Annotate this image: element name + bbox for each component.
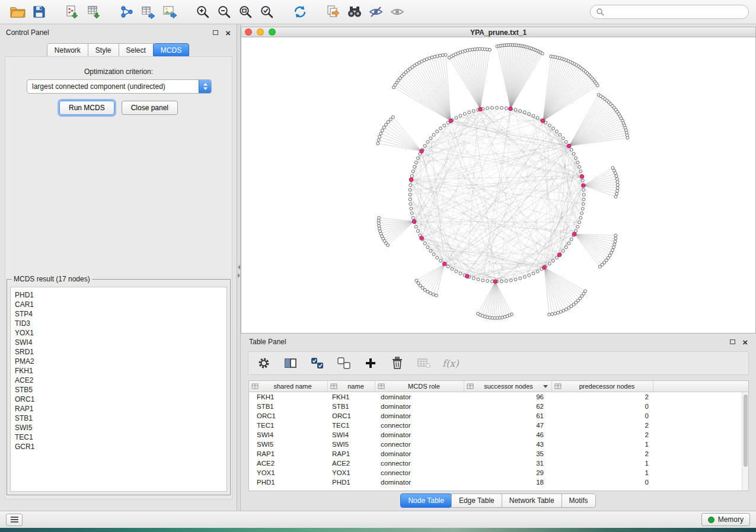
- cell-mcds-role[interactable]: connector: [375, 421, 464, 430]
- save-session-button[interactable]: [28, 2, 50, 21]
- status-menu-button[interactable]: [6, 514, 23, 526]
- result-node[interactable]: STP4: [15, 309, 227, 319]
- column-header-mcds-role[interactable]: MCDS role: [375, 381, 464, 392]
- delete-column-button[interactable]: [389, 355, 406, 371]
- result-node[interactable]: TID3: [15, 319, 227, 328]
- criterion-select[interactable]: largest connected component (undirected): [27, 79, 212, 94]
- cell-shared-name[interactable]: TEC1: [249, 421, 328, 430]
- function-builder-button[interactable]: f(x): [442, 358, 458, 369]
- cell-mcds-role[interactable]: dominator: [375, 411, 464, 421]
- show-columns-button[interactable]: [282, 355, 299, 371]
- cell-successor-nodes[interactable]: 35: [464, 449, 552, 459]
- refresh-button[interactable]: [289, 2, 311, 21]
- table-row[interactable]: SWI4 SWI4 dominator 46 2: [249, 430, 742, 440]
- cell-predecessor-nodes[interactable]: 2: [552, 421, 653, 430]
- cell-predecessor-nodes[interactable]: 1: [552, 468, 653, 477]
- close-panel-icon[interactable]: ×: [225, 28, 231, 37]
- cell-successor-nodes[interactable]: 61: [464, 411, 552, 421]
- table-row[interactable]: TEC1 TEC1 connector 47 2: [249, 421, 742, 430]
- table-row[interactable]: ACE2 ACE2 connector 31 1: [249, 459, 742, 468]
- cell-predecessor-nodes[interactable]: 0: [552, 477, 653, 487]
- table-row[interactable]: YOX1 YOX1 connector 29 1: [249, 468, 742, 477]
- result-node[interactable]: SRD1: [15, 347, 227, 357]
- zoom-in-button[interactable]: [192, 2, 213, 21]
- cell-mcds-role[interactable]: dominator: [375, 449, 464, 459]
- tab-style[interactable]: Style: [88, 43, 119, 57]
- import-table-button[interactable]: [83, 2, 104, 21]
- cell-name[interactable]: SWI5: [328, 440, 375, 449]
- table-settings-button[interactable]: [256, 355, 272, 371]
- cell-shared-name[interactable]: RAP1: [249, 449, 328, 459]
- cell-mcds-role[interactable]: connector: [375, 468, 464, 477]
- tab-node-table[interactable]: Node Table: [400, 493, 452, 508]
- result-node[interactable]: PMA2: [15, 357, 227, 366]
- result-node[interactable]: SWI4: [15, 338, 227, 347]
- cell-mcds-role[interactable]: dominator: [375, 430, 464, 440]
- column-header-predecessor-nodes[interactable]: predecessor nodes: [552, 381, 653, 392]
- table-row[interactable]: PHD1 PHD1 dominator 18 0: [249, 477, 742, 487]
- result-node[interactable]: TEC1: [15, 432, 227, 442]
- cell-successor-nodes[interactable]: 47: [464, 421, 552, 430]
- cell-name[interactable]: TEC1: [328, 421, 375, 430]
- cell-mcds-role[interactable]: connector: [375, 459, 464, 468]
- window-close-icon[interactable]: [245, 28, 252, 36]
- cell-successor-nodes[interactable]: 29: [464, 468, 552, 477]
- cell-mcds-role[interactable]: dominator: [375, 392, 464, 402]
- tab-motifs[interactable]: Motifs: [562, 493, 596, 508]
- scrollbar-thumb[interactable]: [744, 395, 748, 467]
- zoom-fit-button[interactable]: [235, 2, 256, 21]
- cell-shared-name[interactable]: STB1: [249, 402, 328, 411]
- tab-network[interactable]: Network: [47, 43, 88, 57]
- search-input[interactable]: [607, 8, 743, 16]
- table-row[interactable]: STB1 STB1 dominator 62 0: [249, 402, 742, 411]
- result-node[interactable]: YOX1: [15, 328, 227, 338]
- cell-predecessor-nodes[interactable]: 0: [552, 411, 653, 421]
- export-table-button[interactable]: [138, 2, 159, 21]
- zoom-selected-button[interactable]: [256, 2, 277, 21]
- result-node[interactable]: GCR1: [15, 442, 227, 451]
- cell-mcds-role[interactable]: dominator: [375, 477, 464, 487]
- cell-predecessor-nodes[interactable]: 1: [552, 440, 653, 449]
- table-row[interactable]: FKH1 FKH1 dominator 96 2: [249, 392, 742, 402]
- find-button[interactable]: [344, 2, 365, 21]
- cell-name[interactable]: RAP1: [328, 449, 375, 459]
- cell-shared-name[interactable]: ORC1: [249, 411, 328, 421]
- result-node[interactable]: ACE2: [15, 376, 227, 385]
- sort-indicator-icon[interactable]: [543, 385, 548, 388]
- cell-name[interactable]: PHD1: [328, 477, 375, 487]
- table-scrollbar[interactable]: [742, 392, 748, 491]
- cell-successor-nodes[interactable]: 18: [464, 477, 552, 487]
- run-mcds-button[interactable]: Run MCDS: [59, 101, 114, 115]
- table-row[interactable]: ORC1 ORC1 dominator 61 0: [249, 411, 742, 421]
- tab-select[interactable]: Select: [119, 43, 154, 57]
- tab-network-table[interactable]: Network Table: [502, 493, 562, 508]
- cell-successor-nodes[interactable]: 62: [464, 402, 552, 411]
- window-zoom-icon[interactable]: [269, 28, 276, 36]
- result-node[interactable]: PHD1: [15, 290, 227, 300]
- cell-predecessor-nodes[interactable]: 2: [552, 392, 653, 402]
- add-column-button[interactable]: [362, 355, 379, 371]
- cell-mcds-role[interactable]: connector: [375, 440, 464, 449]
- cell-successor-nodes[interactable]: 31: [464, 459, 552, 468]
- cell-shared-name[interactable]: YOX1: [249, 468, 328, 477]
- cell-successor-nodes[interactable]: 43: [464, 440, 552, 449]
- cell-name[interactable]: ORC1: [328, 411, 375, 421]
- cell-name[interactable]: YOX1: [328, 468, 375, 477]
- hide-graphics-details-button[interactable]: [365, 2, 387, 21]
- column-header-name[interactable]: name: [328, 381, 375, 392]
- cell-shared-name[interactable]: SWI4: [249, 430, 328, 440]
- result-node[interactable]: STB5: [15, 385, 227, 395]
- cell-name[interactable]: FKH1: [328, 392, 375, 402]
- show-graphics-details-button[interactable]: [387, 2, 408, 21]
- result-node[interactable]: STB1: [15, 414, 227, 423]
- result-node[interactable]: SWI5: [15, 423, 227, 432]
- result-node[interactable]: ORC1: [15, 395, 227, 404]
- column-header-shared-name[interactable]: shared name: [249, 381, 328, 392]
- import-network-button[interactable]: [62, 2, 83, 21]
- table-row[interactable]: RAP1 RAP1 dominator 35 2: [249, 449, 742, 459]
- cell-shared-name[interactable]: FKH1: [249, 392, 328, 402]
- cell-mcds-role[interactable]: dominator: [375, 402, 464, 411]
- table-row[interactable]: SWI5 SWI5 connector 43 1: [249, 440, 742, 449]
- tab-edge-table[interactable]: Edge Table: [451, 493, 502, 508]
- network-canvas[interactable]: [241, 37, 755, 333]
